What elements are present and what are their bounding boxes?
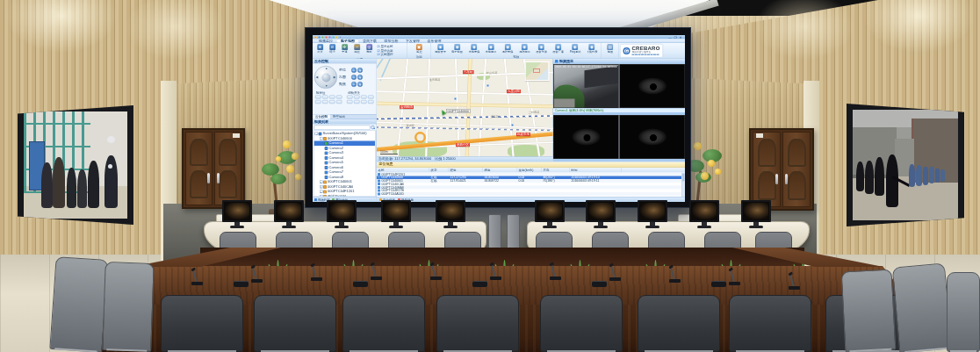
tab-0[interactable]: 视频监控	[315, 39, 336, 43]
ribbon-group-function: ▣ 监控 功能	[407, 43, 431, 59]
ribbon-group-video: ◉视频管理◉电子地图◉本地录像◉本地回放◉远程录像◉远程回放◉语音对讲◉语音广播…	[431, 43, 602, 59]
tab-2[interactable]: 查询下载	[359, 39, 380, 43]
tab-3[interactable]: 回放分析	[381, 39, 402, 43]
app-logo: G CREBARO 视频监控管理平台	[620, 44, 663, 58]
aux-label: 辅助开关	[348, 91, 360, 95]
ribbon-button-语音广播[interactable]: ◉语音广播	[551, 44, 566, 54]
mic-head	[370, 262, 375, 266]
tree-expander[interactable]: +	[320, 181, 323, 184]
preset-button[interactable]	[315, 100, 321, 104]
column-header[interactable]: 速度(km/h)	[517, 168, 542, 172]
street-label: 煤建路	[491, 115, 499, 118]
column-header[interactable]: 经度	[449, 168, 483, 172]
app-body: 云台控制 ▲▼ ◀▶ 变倍−+光圈−+聚焦−+ 预置位 辅助开关	[313, 59, 685, 202]
button-label: 下载列表	[587, 51, 598, 54]
ptz-tab-1[interactable]: 报警输出	[330, 115, 348, 119]
tree-expander[interactable]: -	[315, 133, 319, 136]
preset-button[interactable]	[336, 100, 342, 104]
mic-head	[191, 267, 196, 271]
ribbon-button-远程录像[interactable]: ◉远程录像	[500, 44, 515, 54]
table-row[interactable]: 000PTC04A14D	[377, 192, 685, 196]
ribbon-button-视频管理[interactable]: ◉视频管理	[433, 44, 449, 54]
desk-monitor	[741, 200, 771, 228]
preset-button[interactable]	[315, 96, 321, 99]
ptz-minus-button[interactable]: −	[351, 75, 357, 80]
column-header[interactable]: 名称	[377, 168, 429, 172]
aux-switch-button[interactable]	[361, 100, 367, 104]
aux-switch-button[interactable]	[347, 96, 353, 99]
view-button[interactable]: ▤ 视图	[604, 44, 616, 54]
column-header[interactable]: 状态	[429, 168, 449, 172]
column-header[interactable]: 时间	[570, 168, 622, 172]
ribbon-button-本地录像[interactable]: ◉本地录像	[466, 44, 482, 54]
preset-button[interactable]	[322, 96, 328, 99]
camera-icon	[555, 60, 558, 63]
ribbon-button-缩小[interactable]: ⊖缩小	[327, 44, 339, 54]
ribbon-button-Ping测试[interactable]: ◉Ping测试	[567, 44, 583, 54]
aux-switch-button[interactable]	[361, 96, 367, 99]
logo-segment-bar	[632, 54, 660, 56]
ribbon-button-语音对讲[interactable]: ◉语音对讲	[533, 44, 549, 54]
ptz-axis-label: 变倍	[339, 68, 350, 72]
ptz-minus-button[interactable]: −	[351, 82, 357, 87]
video-cell-idle[interactable]	[620, 115, 686, 159]
ribbon-button-放大[interactable]: ⊕放大	[314, 44, 327, 54]
ptz-minus-button[interactable]: −	[351, 68, 357, 73]
ribbon-button-本地回放[interactable]: ◉本地回放	[483, 44, 499, 54]
mic-base	[191, 282, 203, 285]
ptz-plus-button[interactable]: +	[357, 75, 363, 80]
mic-neck	[371, 263, 377, 277]
column-header[interactable]: 方向	[542, 168, 570, 172]
search-input[interactable]	[314, 125, 371, 130]
preset-button[interactable]	[322, 100, 328, 104]
preset-button[interactable]	[329, 100, 335, 104]
aux-switch-button[interactable]	[354, 100, 360, 104]
tree-expander[interactable]: +	[320, 190, 323, 194]
map-option-checkboxes: 显示名称显示轨迹实时跟踪	[377, 44, 394, 57]
desk-monitor	[327, 200, 357, 228]
mic-head	[549, 262, 554, 266]
map-scale-bar: 500m	[380, 150, 398, 154]
checkbox-实时跟踪[interactable]: 实时跟踪	[378, 53, 393, 56]
vehicle-marker[interactable]	[440, 109, 446, 115]
checkbox-显示轨迹[interactable]: 显示轨迹	[378, 48, 393, 52]
monitor-button[interactable]: ▣ 监控	[411, 44, 428, 54]
map-poi-label: 金驹物流	[400, 105, 414, 109]
ribbon-button-平移[interactable]: ✛平移	[339, 44, 351, 54]
ribbon-button-下载列表[interactable]: ◉下载列表	[584, 44, 600, 54]
ribbon-button-电子地图[interactable]: ◉电子地图	[450, 44, 465, 54]
table-scrollbar[interactable]	[681, 173, 685, 198]
tab-1[interactable]: 电子地图	[337, 39, 359, 43]
map-view[interactable]: 汽车站九里法院金驹物流批发市场西苑小区 淮海西路中山北路建设路煤建路三环西路 0…	[377, 59, 553, 162]
camera-tool-icon: ◉	[437, 44, 444, 51]
button-label: 鹰眼	[366, 51, 371, 54]
ptz-plus-button[interactable]: +	[357, 68, 363, 73]
video-cell-idle[interactable]	[553, 115, 619, 159]
checkbox-显示名称[interactable]: 显示名称	[378, 45, 393, 48]
preset-button[interactable]	[329, 96, 335, 99]
video-cell-idle[interactable]	[620, 64, 686, 108]
ptz-tab-0[interactable]: 云台控制	[313, 115, 330, 119]
video-cell-live[interactable]: 2016-06-03 09:19:08 117.271294 34.803000	[553, 64, 619, 108]
column-header[interactable]: 纬度	[483, 168, 517, 172]
mic-neck	[312, 264, 317, 278]
minimap-inset[interactable]	[525, 61, 550, 81]
ptz-joystick[interactable]: ▲▼ ◀▶	[314, 66, 337, 89]
ribbon-button-测距[interactable]: ~测距	[351, 44, 364, 54]
tab-5[interactable]: 设备管理	[424, 39, 445, 43]
aux-switch-button[interactable]	[347, 100, 353, 104]
tab-4[interactable]: 下发管理	[402, 39, 423, 43]
view-icon: ▤	[607, 44, 614, 51]
aux-switch-button[interactable]	[368, 100, 374, 104]
ribbon-button-远程回放[interactable]: ◉远程回放	[516, 44, 532, 54]
aux-switch-button[interactable]	[368, 96, 374, 99]
search-icon[interactable]	[371, 126, 376, 130]
ribbon-button-鹰眼[interactable]: ◎鹰眼	[364, 44, 376, 54]
ptz-plus-button[interactable]: +	[357, 82, 363, 87]
preset-button[interactable]	[336, 96, 342, 99]
aux-switch-button[interactable]	[354, 96, 360, 99]
tree-expander[interactable]: +	[320, 185, 323, 189]
tree-expander[interactable]: -	[320, 137, 323, 140]
conference-chair	[540, 295, 623, 352]
door-left	[182, 128, 245, 209]
